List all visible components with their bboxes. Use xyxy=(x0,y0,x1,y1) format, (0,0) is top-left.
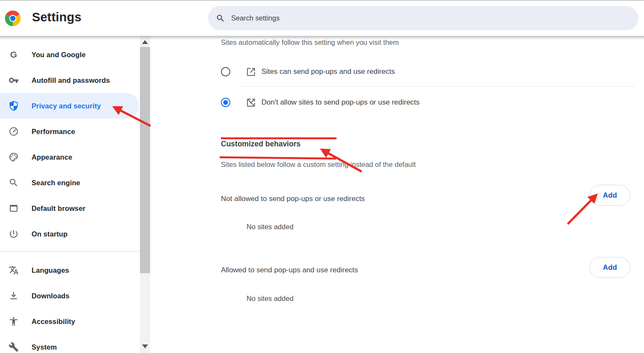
radio-option-block-popups[interactable]: Don't allow sites to send pop-ups or use… xyxy=(221,92,420,113)
scroll-up-icon xyxy=(142,40,148,44)
allowed-section-label: Allowed to send pop-ups and use redirect… xyxy=(221,266,358,274)
sidebar-item-label: Accessibility xyxy=(32,318,75,326)
sidebar-item-autofill[interactable]: Autofill and passwords xyxy=(0,67,140,93)
add-button-allowed[interactable]: Add xyxy=(589,257,630,278)
popup-allowed-icon xyxy=(246,67,256,77)
popups-redirects-settings: Sites automatically follow this setting … xyxy=(150,36,644,353)
sidebar-item-label: Languages xyxy=(32,266,69,274)
sidebar-item-on-startup[interactable]: On startup xyxy=(0,221,140,247)
sidebar-item-you-and-google[interactable]: G You and Google xyxy=(0,42,140,67)
page-title: Settings xyxy=(32,10,81,24)
download-icon xyxy=(9,291,19,301)
sidebar: G You and Google Autofill and passwords … xyxy=(0,36,140,353)
sidebar-item-label: Performance xyxy=(32,128,75,136)
radio-option-label: Sites can send pop-ups and use redirects xyxy=(261,67,395,76)
sidebar-item-downloads[interactable]: Downloads xyxy=(0,283,140,309)
sidebar-item-default-browser[interactable]: Default browser xyxy=(0,195,140,221)
sidebar-item-appearance[interactable]: Appearance xyxy=(0,144,140,170)
sidebar-item-system[interactable]: System xyxy=(0,334,140,353)
scroll-down-icon xyxy=(142,344,148,348)
sidebar-item-search-engine[interactable]: Search engine xyxy=(0,170,140,195)
radio-selected[interactable] xyxy=(221,98,230,107)
sidebar-item-label: System xyxy=(32,343,57,351)
chrome-settings-window: Settings Search settings G You and Googl… xyxy=(0,0,644,353)
scroll-down-button[interactable] xyxy=(140,342,150,350)
chrome-logo-icon xyxy=(4,10,21,27)
customized-behaviors-heading: Customized behaviors xyxy=(221,140,301,149)
not-allowed-section-label: Not allowed to send pop-ups or use redir… xyxy=(221,195,365,203)
customized-behaviors-description: Sites listed below follow a custom setti… xyxy=(221,160,416,169)
radio-unselected[interactable] xyxy=(221,67,230,76)
radio-options-divider xyxy=(242,86,635,87)
sidebar-item-privacy-and-security[interactable]: Privacy and security xyxy=(0,93,139,119)
browser-window-icon xyxy=(9,203,19,213)
sidebar-item-label: You and Google xyxy=(32,51,86,59)
speedometer-icon xyxy=(9,126,19,137)
sidebar-item-label: Search engine xyxy=(32,179,80,187)
sidebar-item-languages[interactable]: Languages xyxy=(0,257,140,283)
palette-icon xyxy=(9,152,19,162)
window-top-border xyxy=(0,0,644,1)
shield-icon xyxy=(9,101,19,111)
wrench-icon xyxy=(9,342,19,352)
sidebar-item-performance[interactable]: Performance xyxy=(0,119,140,144)
power-icon xyxy=(9,229,19,239)
sidebar-scrollbar[interactable] xyxy=(140,36,150,353)
svg-text:G: G xyxy=(10,50,17,59)
sidebar-item-label: Downloads xyxy=(32,292,70,300)
sidebar-item-accessibility[interactable]: Accessibility xyxy=(0,309,140,334)
radio-option-allow-popups[interactable]: Sites can send pop-ups and use redirects xyxy=(221,61,395,82)
search-icon xyxy=(216,14,225,23)
google-g-icon: G xyxy=(9,50,19,60)
add-button-not-allowed[interactable]: Add xyxy=(589,185,630,206)
sidebar-item-label: Autofill and passwords xyxy=(32,76,110,85)
radio-option-label: Don't allow sites to send pop-ups or use… xyxy=(261,98,420,107)
header: Settings Search settings xyxy=(0,0,644,36)
no-sites-added-text: No sites added xyxy=(247,223,293,231)
header-shadow xyxy=(0,36,644,40)
scrollbar-thumb[interactable] xyxy=(140,47,150,273)
sidebar-item-label: Privacy and security xyxy=(32,102,101,110)
sidebar-item-label: Appearance xyxy=(32,153,72,161)
search-settings-input[interactable]: Search settings xyxy=(208,6,638,30)
translate-icon xyxy=(9,265,19,275)
no-sites-added-text: No sites added xyxy=(247,295,293,303)
sidebar-divider xyxy=(0,251,140,251)
popup-blocked-icon xyxy=(246,97,256,108)
accessibility-icon xyxy=(9,316,19,327)
key-icon xyxy=(9,75,19,85)
search-icon xyxy=(9,178,19,188)
search-placeholder: Search settings xyxy=(231,14,280,22)
sidebar-item-label: Default browser xyxy=(32,204,85,213)
sidebar-item-label: On startup xyxy=(32,230,67,238)
